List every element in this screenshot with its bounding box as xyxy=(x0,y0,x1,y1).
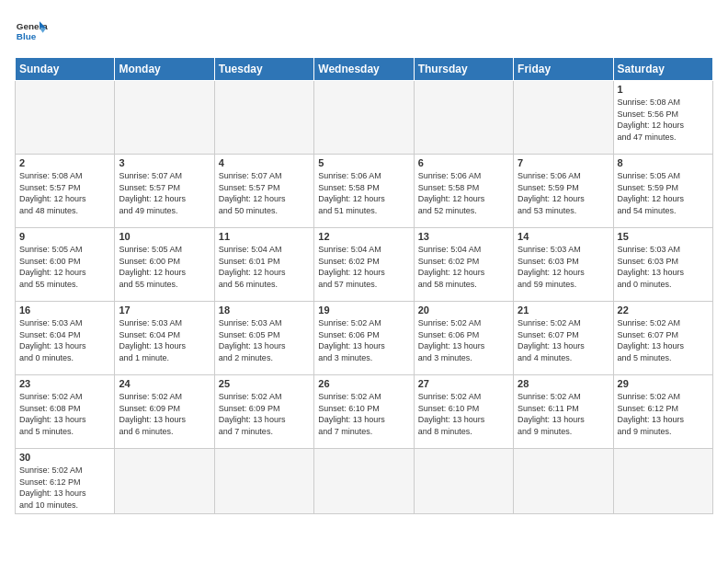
day-number: 13 xyxy=(418,231,509,242)
day-number: 27 xyxy=(418,378,509,389)
day-number: 10 xyxy=(119,231,210,242)
day-number: 25 xyxy=(219,378,310,389)
day-number: 11 xyxy=(219,231,310,242)
day-number: 24 xyxy=(119,378,210,389)
day-info: Sunrise: 5:02 AM Sunset: 6:07 PM Dayligh… xyxy=(618,317,709,363)
calendar-cell: 17Sunrise: 5:03 AM Sunset: 6:04 PM Dayli… xyxy=(115,302,214,375)
calendar-cell: 21Sunrise: 5:02 AM Sunset: 6:07 PM Dayli… xyxy=(514,302,613,375)
logo: General Blue xyxy=(15,15,48,48)
calendar-cell: 1Sunrise: 5:08 AM Sunset: 5:56 PM Daylig… xyxy=(613,81,712,155)
calendar-cell xyxy=(613,449,712,514)
day-number: 2 xyxy=(19,157,110,168)
day-number: 30 xyxy=(19,452,110,463)
calendar-cell xyxy=(314,449,414,514)
calendar-cell xyxy=(514,449,613,514)
calendar-cell: 28Sunrise: 5:02 AM Sunset: 6:11 PM Dayli… xyxy=(514,375,613,449)
calendar-cell: 2Sunrise: 5:08 AM Sunset: 5:57 PM Daylig… xyxy=(16,155,115,228)
day-info: Sunrise: 5:07 AM Sunset: 5:57 PM Dayligh… xyxy=(219,170,310,216)
calendar-cell xyxy=(214,449,313,514)
calendar-cell: 10Sunrise: 5:05 AM Sunset: 6:00 PM Dayli… xyxy=(115,228,214,302)
day-number: 19 xyxy=(318,304,409,316)
calendar-table: SundayMondayTuesdayWednesdayThursdayFrid… xyxy=(15,57,713,514)
calendar-cell: 3Sunrise: 5:07 AM Sunset: 5:57 PM Daylig… xyxy=(115,155,214,228)
calendar-cell: 19Sunrise: 5:02 AM Sunset: 6:06 PM Dayli… xyxy=(314,302,414,375)
day-number: 28 xyxy=(518,378,609,389)
calendar-cell: 27Sunrise: 5:02 AM Sunset: 6:10 PM Dayli… xyxy=(414,375,513,449)
calendar-cell: 5Sunrise: 5:06 AM Sunset: 5:58 PM Daylig… xyxy=(314,155,414,228)
weekday-header: Monday xyxy=(115,58,214,81)
day-info: Sunrise: 5:02 AM Sunset: 6:10 PM Dayligh… xyxy=(318,391,409,437)
day-number: 7 xyxy=(518,157,609,168)
day-number: 4 xyxy=(219,157,310,168)
day-info: Sunrise: 5:02 AM Sunset: 6:12 PM Dayligh… xyxy=(618,391,709,437)
day-number: 8 xyxy=(618,157,709,168)
weekday-header: Sunday xyxy=(16,58,115,81)
calendar-cell xyxy=(514,81,613,155)
svg-text:Blue: Blue xyxy=(17,31,37,41)
page-header: General Blue xyxy=(15,15,713,48)
day-info: Sunrise: 5:02 AM Sunset: 6:08 PM Dayligh… xyxy=(19,391,110,437)
calendar-cell xyxy=(115,449,214,514)
weekday-header: Saturday xyxy=(613,58,712,81)
day-info: Sunrise: 5:06 AM Sunset: 5:58 PM Dayligh… xyxy=(318,170,409,216)
calendar-cell xyxy=(214,81,313,155)
calendar-cell: 29Sunrise: 5:02 AM Sunset: 6:12 PM Dayli… xyxy=(613,375,712,449)
calendar-week-row: 2Sunrise: 5:08 AM Sunset: 5:57 PM Daylig… xyxy=(16,155,713,228)
day-info: Sunrise: 5:06 AM Sunset: 5:59 PM Dayligh… xyxy=(518,170,609,216)
calendar-cell: 23Sunrise: 5:02 AM Sunset: 6:08 PM Dayli… xyxy=(16,375,115,449)
calendar-week-row: 9Sunrise: 5:05 AM Sunset: 6:00 PM Daylig… xyxy=(16,228,713,302)
calendar-week-row: 23Sunrise: 5:02 AM Sunset: 6:08 PM Dayli… xyxy=(16,375,713,449)
calendar-cell: 20Sunrise: 5:02 AM Sunset: 6:06 PM Dayli… xyxy=(414,302,513,375)
day-info: Sunrise: 5:04 AM Sunset: 6:02 PM Dayligh… xyxy=(418,244,509,290)
day-info: Sunrise: 5:03 AM Sunset: 6:03 PM Dayligh… xyxy=(518,244,609,290)
calendar-cell: 25Sunrise: 5:02 AM Sunset: 6:09 PM Dayli… xyxy=(214,375,313,449)
day-number: 9 xyxy=(19,231,110,242)
logo-icon: General Blue xyxy=(15,15,48,48)
day-number: 1 xyxy=(618,84,709,95)
calendar-week-row: 30Sunrise: 5:02 AM Sunset: 6:12 PM Dayli… xyxy=(16,449,713,514)
day-info: Sunrise: 5:05 AM Sunset: 5:59 PM Dayligh… xyxy=(618,170,709,216)
calendar-cell: 14Sunrise: 5:03 AM Sunset: 6:03 PM Dayli… xyxy=(514,228,613,302)
day-info: Sunrise: 5:02 AM Sunset: 6:06 PM Dayligh… xyxy=(418,317,509,363)
day-info: Sunrise: 5:02 AM Sunset: 6:06 PM Dayligh… xyxy=(318,317,409,363)
day-info: Sunrise: 5:05 AM Sunset: 6:00 PM Dayligh… xyxy=(19,244,110,290)
day-number: 3 xyxy=(119,157,210,168)
calendar-cell: 7Sunrise: 5:06 AM Sunset: 5:59 PM Daylig… xyxy=(514,155,613,228)
calendar-cell: 8Sunrise: 5:05 AM Sunset: 5:59 PM Daylig… xyxy=(613,155,712,228)
day-info: Sunrise: 5:08 AM Sunset: 5:57 PM Dayligh… xyxy=(19,170,110,216)
day-info: Sunrise: 5:08 AM Sunset: 5:56 PM Dayligh… xyxy=(618,97,709,143)
day-number: 26 xyxy=(318,378,409,389)
calendar-cell xyxy=(115,81,214,155)
weekday-header: Thursday xyxy=(414,58,513,81)
weekday-header: Tuesday xyxy=(214,58,313,81)
day-info: Sunrise: 5:07 AM Sunset: 5:57 PM Dayligh… xyxy=(119,170,210,216)
day-info: Sunrise: 5:02 AM Sunset: 6:11 PM Dayligh… xyxy=(518,391,609,437)
day-number: 14 xyxy=(518,231,609,242)
weekday-header: Wednesday xyxy=(314,58,414,81)
day-info: Sunrise: 5:03 AM Sunset: 6:04 PM Dayligh… xyxy=(119,317,210,363)
day-number: 29 xyxy=(618,378,709,389)
calendar-cell: 18Sunrise: 5:03 AM Sunset: 6:05 PM Dayli… xyxy=(214,302,313,375)
weekday-header-row: SundayMondayTuesdayWednesdayThursdayFrid… xyxy=(16,58,713,81)
day-number: 18 xyxy=(219,304,310,316)
day-number: 21 xyxy=(518,304,609,316)
calendar-cell xyxy=(16,81,115,155)
calendar-cell xyxy=(314,81,414,155)
day-info: Sunrise: 5:02 AM Sunset: 6:10 PM Dayligh… xyxy=(418,391,509,437)
day-info: Sunrise: 5:02 AM Sunset: 6:07 PM Dayligh… xyxy=(518,317,609,363)
calendar-week-row: 16Sunrise: 5:03 AM Sunset: 6:04 PM Dayli… xyxy=(16,302,713,375)
calendar-cell: 13Sunrise: 5:04 AM Sunset: 6:02 PM Dayli… xyxy=(414,228,513,302)
calendar-cell: 11Sunrise: 5:04 AM Sunset: 6:01 PM Dayli… xyxy=(214,228,313,302)
calendar-cell: 22Sunrise: 5:02 AM Sunset: 6:07 PM Dayli… xyxy=(613,302,712,375)
day-info: Sunrise: 5:06 AM Sunset: 5:58 PM Dayligh… xyxy=(418,170,509,216)
day-number: 15 xyxy=(618,231,709,242)
calendar-cell: 16Sunrise: 5:03 AM Sunset: 6:04 PM Dayli… xyxy=(16,302,115,375)
day-number: 6 xyxy=(418,157,509,168)
day-info: Sunrise: 5:02 AM Sunset: 6:12 PM Dayligh… xyxy=(19,465,110,511)
day-info: Sunrise: 5:04 AM Sunset: 6:01 PM Dayligh… xyxy=(219,244,310,290)
weekday-header: Friday xyxy=(514,58,613,81)
calendar-cell: 15Sunrise: 5:03 AM Sunset: 6:03 PM Dayli… xyxy=(613,228,712,302)
calendar-cell: 9Sunrise: 5:05 AM Sunset: 6:00 PM Daylig… xyxy=(16,228,115,302)
calendar-cell: 6Sunrise: 5:06 AM Sunset: 5:58 PM Daylig… xyxy=(414,155,513,228)
calendar-week-row: 1Sunrise: 5:08 AM Sunset: 5:56 PM Daylig… xyxy=(16,81,713,155)
